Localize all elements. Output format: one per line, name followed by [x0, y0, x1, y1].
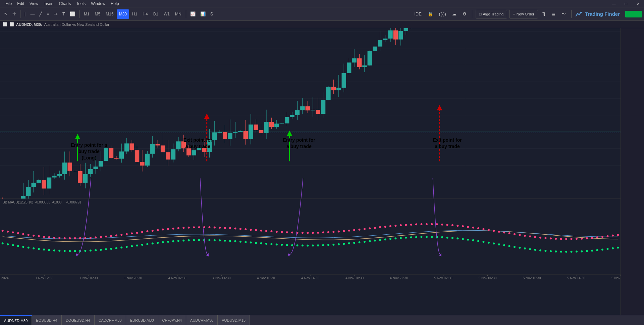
signal-indicator [625, 11, 642, 17]
tab-audchf-m30[interactable]: AUDCHF,M30 [186, 315, 218, 325]
tf-d1[interactable]: D1 [151, 9, 161, 19]
tab-audnzd-m30[interactable]: AUDNZD,M30 [0, 315, 32, 325]
tf-m1[interactable]: M1 [82, 9, 92, 19]
indicators-btn[interactable]: 📊 [198, 9, 208, 19]
text-tool[interactable]: T [60, 9, 67, 19]
chart-type-selector[interactable]: 📈 [188, 9, 198, 19]
cloud-btn[interactable]: ☁ [450, 9, 459, 19]
smart-btn[interactable]: S [208, 9, 215, 19]
logo-icon [575, 10, 583, 18]
close-button[interactable]: ✕ [632, 0, 644, 7]
horizontal-line-tool[interactable]: — [28, 9, 37, 19]
cursor-tool[interactable]: ↖ [2, 9, 10, 19]
separator4 [472, 10, 472, 18]
chart-container[interactable]: Entry point for a buy trade (Long) Exit … [0, 28, 644, 315]
menu-window[interactable]: Window [88, 1, 108, 6]
tab-eurusd-m30[interactable]: EURUSD,M30 [126, 315, 158, 325]
order-icon: + [513, 12, 515, 16]
menu-insert[interactable]: Insert [41, 1, 56, 6]
tf-mn[interactable]: MN [173, 9, 184, 19]
separator [20, 10, 20, 18]
menu-help[interactable]: Help [108, 1, 122, 6]
chart-description: Australian Dollar vs New Zealand Dollar [44, 22, 109, 27]
window-controls: — □ ✕ [608, 0, 644, 7]
menu-charts[interactable]: Charts [56, 1, 73, 6]
tf-h4[interactable]: H4 [140, 9, 150, 19]
tf-w1[interactable]: W1 [161, 9, 172, 19]
vertical-line-tool[interactable]: | [22, 9, 28, 19]
tab-cadchf-m30[interactable]: CADCHF,M30 [95, 315, 126, 325]
tf-h1[interactable]: H1 [130, 9, 140, 19]
separator3 [186, 10, 186, 18]
price-axis [621, 28, 644, 315]
tab-audusd-m15[interactable]: AUDUSD,M15 [218, 315, 250, 325]
algo-trading-label: Algo Trading [483, 12, 503, 16]
depth-btn[interactable]: ≣ [550, 9, 557, 19]
algo-trading-button[interactable]: □ Algo Trading [476, 10, 507, 18]
trend-line-tool[interactable]: ╱ [37, 9, 44, 19]
tf-m15[interactable]: M15 [103, 9, 116, 19]
menu-file[interactable]: File [3, 1, 14, 6]
menu-edit[interactable]: Edit [14, 1, 27, 6]
main-chart-canvas [0, 28, 644, 315]
settings-btn[interactable]: ⚙ [461, 9, 469, 19]
separator5 [571, 10, 572, 18]
shapes-tool[interactable]: ⬜ [68, 9, 77, 19]
levels-btn[interactable]: ⇅ [540, 9, 548, 19]
chart-compare-btn[interactable]: 〜 [559, 9, 568, 19]
lock-btn[interactable]: 🔒 [426, 9, 435, 19]
menu-view[interactable]: View [27, 1, 41, 6]
channel-tool[interactable]: ≡ [45, 9, 51, 19]
toolbar-right: IDE 🔒 ((·)) ☁ ⚙ □ Algo Trading + New Ord… [412, 9, 642, 19]
tf-m30[interactable]: M30 [117, 9, 129, 19]
algo-icon: □ [479, 12, 482, 16]
menu-bar: File Edit View Insert Charts Tools Windo… [0, 0, 644, 7]
crosshair-tool[interactable]: ✛ [10, 9, 18, 19]
chart-icon: ⬜ [3, 22, 7, 27]
tf-m5[interactable]: M5 [93, 9, 103, 19]
tab-eosusd-h4[interactable]: EOSUSD,H4 [32, 315, 62, 325]
main-toolbar: ↖ ✛ | — ╱ ≡ ⇢ T ⬜ M1 M5 M15 M30 H1 H4 D1… [0, 7, 644, 21]
separator2 [79, 10, 79, 18]
menu-tools[interactable]: Tools [73, 1, 88, 6]
chart-info-bar: ⬜ ⬜ AUDNZD, M30: Australian Dollar vs Ne… [0, 21, 644, 28]
chart-icon2: ⬜ [9, 22, 14, 27]
minimize-button[interactable]: — [608, 0, 620, 7]
arrow-tool[interactable]: ⇢ [52, 9, 60, 19]
tab-dogeusd-h4[interactable]: DOGEUSD,H4 [62, 315, 95, 325]
new-order-label: New Order [517, 12, 534, 16]
maximize-button[interactable]: □ [620, 0, 632, 7]
signal-btn[interactable]: ((·)) [437, 9, 448, 19]
ide-btn[interactable]: IDE [412, 9, 424, 19]
tab-chfjpy-h4[interactable]: CHFJPY,H4 [158, 315, 186, 325]
new-order-button[interactable]: + New Order [509, 10, 538, 18]
logo-text: Trading Finder [585, 11, 620, 17]
tab-bar: AUDNZD,M30 EOSUSD,H4 DOGEUSD,H4 CADCHF,M… [0, 315, 644, 325]
chart-pair-label: AUDNZD, M30: [16, 22, 42, 27]
brand-logo: Trading Finder [575, 10, 620, 18]
